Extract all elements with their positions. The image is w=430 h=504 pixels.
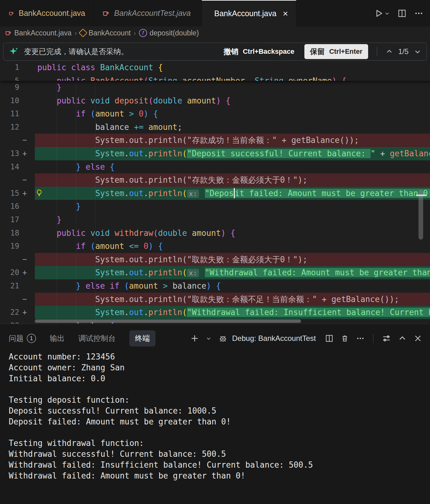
code-token: if	[76, 109, 90, 118]
code-line-text[interactable]: }	[35, 213, 430, 227]
line-number[interactable]: 1	[0, 61, 19, 74]
code-token: "Depos	[205, 189, 234, 198]
line-number[interactable]: 21	[0, 279, 19, 293]
code-line-text[interactable]: public void withdraw(double amount) {	[35, 227, 430, 240]
code-token: withdraw	[115, 228, 153, 238]
code-line: 17 }	[0, 213, 430, 227]
code-editor[interactable]: 9 }10 public void deposit(double amount)…	[0, 61, 430, 324]
breadcrumb-class-label: BankAccount	[89, 29, 131, 37]
code-line-text[interactable]: System.out.println("取款失败：金额必须大于0！");	[35, 253, 430, 266]
more-actions-button[interactable]	[414, 9, 423, 18]
maximize-panel-button[interactable]	[398, 334, 406, 342]
undo-button[interactable]: 撤销 Ctrl+Backspace	[224, 47, 294, 57]
panel-more-actions-button[interactable]	[356, 334, 364, 342]
line-number[interactable]: 9	[0, 81, 19, 94]
terminal-profile-dropdown[interactable]	[206, 336, 211, 341]
code-line-text[interactable]: public BankAccount(String accountNumber,…	[35, 74, 430, 81]
code-line-text[interactable]: public class BankAccount {	[35, 61, 430, 74]
code-line-text[interactable]: balance += amount;	[35, 121, 430, 134]
code-token: else	[86, 162, 110, 172]
line-number[interactable]: 20	[0, 266, 19, 279]
chevron-down-icon	[414, 48, 421, 55]
code-token: }	[76, 162, 86, 172]
tab-bankaccouont-java[interactable]: BankAccouont.java	[0, 0, 94, 26]
code-line-text[interactable]: }	[35, 200, 430, 213]
line-number[interactable]: 12	[0, 121, 19, 134]
code-line-text[interactable]: System.out.println("Withdrawal failed: I…	[35, 306, 430, 319]
line-number[interactable]: 10	[0, 94, 19, 108]
tab-bankaccount-java[interactable]: BankAccount.java	[202, 0, 296, 26]
new-terminal-button[interactable]	[191, 334, 199, 342]
breadcrumb-class[interactable]: BankAccount	[80, 29, 131, 37]
run-button[interactable]	[375, 9, 390, 18]
code-line: 21 } else if (amount > balance) {	[0, 279, 430, 293]
tab-bankaccounttest-java[interactable]: BankAccountTest.java	[94, 0, 202, 26]
code-line: 10 public void deposit(double amount) {	[0, 94, 430, 108]
code-line-text[interactable]: System.out.println(x: "Withdrawal failed…	[35, 266, 430, 279]
code-line: − System.out.println("取款失败：余额不足！当前余额：" +…	[0, 293, 430, 306]
split-terminal-button[interactable]	[325, 334, 333, 342]
code-line-text[interactable]: System.out.println("取款失败：余额不足！当前余额：" + g…	[35, 293, 430, 306]
breadcrumb-file[interactable]: BankAccount.java	[4, 29, 72, 37]
code-line-text[interactable]: if (amount > 0) {	[35, 107, 430, 121]
code-token: System	[95, 308, 124, 317]
line-number[interactable]: 5	[0, 74, 19, 81]
code-line-text[interactable]: } else if (amount > balance) {	[35, 279, 430, 293]
code-line-text[interactable]: System.out.println("存款失败：金额必须大于0！");	[35, 173, 430, 187]
code-line: 19 if (amount <= 0) {	[0, 240, 430, 253]
next-change-button[interactable]	[414, 48, 421, 55]
line-number[interactable]: 18	[0, 227, 19, 240]
vertical-scrollbar[interactable]	[418, 190, 423, 240]
code-line-text[interactable]: } else {	[35, 160, 430, 174]
code-token: .	[144, 189, 149, 198]
code-line-text[interactable]: System.out.println(x: "Deposit failed: A…	[35, 187, 430, 200]
code-token	[37, 96, 57, 105]
code-token	[37, 83, 57, 92]
code-token	[37, 308, 95, 317]
line-number[interactable]: 17	[0, 213, 19, 227]
lightbulb-icon[interactable]	[35, 188, 43, 202]
code-line-text[interactable]: if (amount <= 0) {	[35, 240, 430, 253]
code-line-text[interactable]: System.out.println("Deposit successful! …	[35, 147, 430, 160]
indent-guide	[76, 81, 76, 324]
breadcrumb-method[interactable]: f deposit(double)	[139, 29, 199, 37]
line-number[interactable]: 11	[0, 107, 19, 121]
line-number[interactable]: 23	[0, 319, 19, 324]
tab-output[interactable]: 输出	[50, 333, 65, 343]
close-panel-button[interactable]	[414, 334, 422, 342]
code-token: <=	[129, 241, 144, 251]
line-number[interactable]: 14	[0, 160, 19, 174]
horizontal-scrollbar[interactable]	[35, 319, 301, 323]
tab-problems[interactable]: 问题 1	[9, 333, 36, 343]
code-line-text[interactable]: public void deposit(double amount) {	[35, 94, 430, 108]
line-number[interactable]: 16	[0, 200, 19, 213]
code-line-text[interactable]: }	[35, 81, 430, 94]
close-tab-icon[interactable]	[283, 11, 288, 16]
code-token: public	[37, 63, 71, 72]
terminal-line: Withdrawal failed: Insufficient balance!…	[9, 460, 427, 470]
tab-terminal[interactable]: 终端	[129, 330, 155, 346]
undo-label: 撤销	[224, 47, 238, 57]
code-token	[37, 76, 57, 81]
code-token: System	[95, 149, 124, 158]
chevron-up-icon	[386, 48, 393, 55]
code-line-text[interactable]: System.out.println("存款成功！当前余额：" + getBal…	[35, 134, 430, 147]
java-file-icon	[8, 9, 14, 17]
debug-terminal-item[interactable]: Debug: BankAccountTest	[219, 334, 318, 343]
terminal-line: Testing withdrawal function:	[9, 438, 427, 449]
line-number[interactable]: 13	[0, 147, 19, 160]
line-number[interactable]: 15	[0, 187, 19, 200]
tab-debug-console[interactable]: 调试控制台	[78, 333, 116, 343]
split-editor-button[interactable]	[398, 9, 406, 18]
line-number[interactable]: 22	[0, 306, 19, 319]
kill-terminal-button[interactable]	[341, 334, 349, 342]
ellipsis-icon	[356, 334, 364, 342]
keep-button[interactable]: 保留 Ctrl+Enter	[304, 44, 368, 59]
panel-layout-button[interactable]	[382, 334, 391, 343]
output-label: 输出	[50, 333, 65, 343]
code-line: − System.out.println("存款成功！当前余额：" + getB…	[0, 134, 430, 147]
code-line: 9 }	[0, 81, 430, 94]
line-number[interactable]: 19	[0, 240, 19, 253]
code-line: 18 public void withdraw(double amount) {	[0, 227, 430, 240]
previous-change-button[interactable]	[386, 48, 393, 55]
